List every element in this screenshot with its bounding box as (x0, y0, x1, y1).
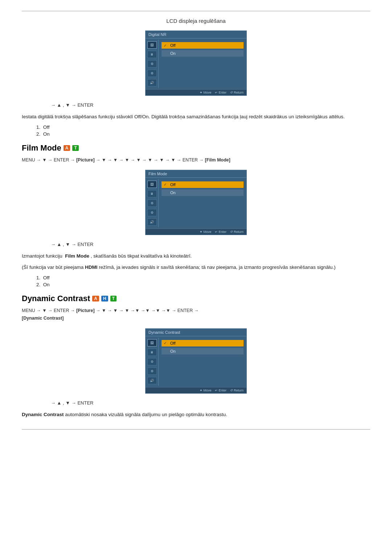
heading-dynamic-contrast: Dynamic Contrast A H T (22, 294, 370, 303)
osd-menu-film-mode: Film Mode 🖼 🖥 ⚙ ⚙ 🔊 ✓ Off (145, 170, 247, 235)
osd-footer-dc: ✦ Move ↵ Enter ↺ Return (146, 387, 246, 393)
return-icon-fm: ↺ (230, 230, 233, 234)
osd-footer-enter-dc: ↵ Enter (215, 389, 226, 392)
osd-icon-5: 🔊 (147, 79, 157, 86)
enter-icon-dc: ↵ (215, 389, 218, 392)
move-label-fm: Move (203, 230, 211, 234)
heading-film-mode: Film Mode A T (22, 143, 370, 153)
osd-option-on-1: On (162, 50, 244, 57)
badge-h-dc: H (101, 296, 108, 301)
nav-instruction-1: → ▲ , ▼ → ENTER (51, 102, 370, 108)
list-item-on-1: 2. On (36, 131, 370, 137)
osd-icon-fm-2: 🖥 (147, 190, 157, 197)
osd-option-off-1: ✓ Off (162, 42, 244, 49)
osd-footer-fm: ✦ Move ↵ Enter ↺ Return (146, 229, 246, 235)
osd-option-off-label-1: Off (170, 43, 175, 48)
bottom-rule (22, 429, 370, 430)
osd-icon-3: ⚙ (147, 60, 157, 67)
osd-body-digital-nr: 🖼 🖥 ⚙ ⚙ 🔊 ✓ Off On (146, 38, 246, 89)
list-item-off-1: 1. Off (36, 124, 370, 130)
nav-instruction-fm: → ▲ , ▼ → ENTER (51, 242, 370, 247)
osd-icon-fm-1: 🖼 (147, 181, 157, 188)
enter-label-dc: Enter (219, 389, 226, 392)
hdmi-inline: HDMI (85, 264, 98, 270)
osd-options-dc: ✓ Off On (159, 338, 246, 386)
return-label-fm: Return (234, 230, 244, 234)
body-text-digital-nr: Iestata digitālā trokšņa slāpēšanas funk… (22, 113, 370, 121)
osd-icon-1: 🖼 (147, 41, 157, 49)
osd-body-film-mode: 🖼 🖥 ⚙ ⚙ 🔊 ✓ Off On (146, 178, 246, 229)
menu-path-dc: MENU → ▼ → ENTER → [Picture] → ▼ → ▼ → ▼… (22, 307, 370, 323)
osd-body-dc: 🖼 🖥 ⚙ ⚙ 🔊 ✓ Off On (146, 336, 246, 387)
enter-label-1: Enter (219, 91, 226, 94)
osd-footer-return-1: ↺ Return (230, 91, 244, 94)
badge-t-film: T (72, 145, 78, 151)
badge-t-dc: T (110, 296, 117, 301)
osd-icon-fm-3: ⚙ (147, 200, 157, 207)
osd-title-digital-nr: Digital NR (146, 31, 246, 38)
osd-option-on-label-dc: On (170, 349, 176, 353)
list-item-off-fm: 1. Off (36, 275, 370, 280)
osd-footer-return-dc: ↺ Return (230, 389, 244, 392)
enter-label-fm: Enter (219, 230, 226, 234)
osd-option-on-label-1: On (170, 51, 176, 56)
osd-icon-dc-4: ⚙ (147, 368, 157, 375)
move-icon-dc: ✦ (200, 389, 203, 392)
osd-icon-fm-4: ⚙ (147, 209, 157, 216)
osd-title-dc: Dynamic Contrast (146, 329, 246, 336)
osd-menu-dc: Dynamic Contrast 🖼 🖥 ⚙ ⚙ 🔊 ✓ Off (145, 328, 247, 394)
move-label-dc: Move (203, 389, 211, 392)
top-rule (22, 11, 370, 11)
page-title: LCD displeja regulēšana (22, 18, 370, 24)
osd-check-off-fm: ✓ (164, 182, 168, 186)
nav-instruction-dc: → ▲ , ▼ → ENTER (51, 400, 370, 406)
osd-footer-1: ✦ Move ↵ Enter ↺ Return (146, 89, 246, 95)
osd-footer-enter-1: ↵ Enter (215, 91, 226, 94)
section-digital-nr: Digital NR 🖼 🖥 ⚙ ⚙ 🔊 ✓ Off (22, 30, 370, 137)
osd-menu-digital-nr: Digital NR 🖼 🖥 ⚙ ⚙ 🔊 ✓ Off (145, 30, 247, 96)
move-icon-fm: ✦ (200, 230, 203, 234)
enter-icon-fm: ↵ (215, 230, 218, 234)
return-icon-dc: ↺ (230, 389, 233, 392)
osd-icons-film-mode: 🖼 🖥 ⚙ ⚙ 🔊 (146, 179, 159, 227)
body-text-fm-1: Izmantojot funkciju Film Mode , skatīšan… (22, 252, 370, 260)
osd-icons-digital-nr: 🖼 🖥 ⚙ ⚙ 🔊 (146, 40, 159, 88)
osd-check-off-1: ✓ (164, 44, 168, 48)
move-label-1: Move (203, 91, 211, 94)
osd-icon-dc-5: 🔊 (147, 377, 157, 384)
section-film-mode: Film Mode A T MENU → ▼ → ENTER → [Pictur… (22, 143, 370, 287)
osd-option-off-label-dc: Off (170, 341, 175, 345)
osd-wrapper-film-mode: Film Mode 🖼 🖥 ⚙ ⚙ 🔊 ✓ Off (22, 170, 370, 235)
osd-icon-dc-3: ⚙ (147, 358, 157, 365)
menu-path-film-mode: MENU → ▼ → ENTER → [Picture] → ▼ → ▼ → ▼… (22, 156, 370, 164)
film-mode-inline: Film Mode (65, 253, 89, 259)
heading-film-mode-text: Film Mode (22, 143, 61, 153)
osd-option-off-dc: ✓ Off (162, 340, 244, 346)
badge-a-film: A (64, 145, 70, 151)
osd-footer-enter-fm: ↵ Enter (215, 230, 226, 234)
osd-icon-fm-5: 🔊 (147, 218, 157, 226)
osd-option-on-fm: On (162, 189, 244, 196)
osd-icons-dc: 🖼 🖥 ⚙ ⚙ 🔊 (146, 338, 159, 386)
osd-option-off-label-fm: Off (170, 182, 175, 187)
osd-icon-dc-1: 🖼 (147, 339, 157, 346)
return-label-dc: Return (234, 389, 244, 392)
osd-option-on-dc: On (162, 348, 244, 354)
osd-icon-2: 🖥 (147, 51, 157, 58)
osd-title-film-mode: Film Mode (146, 170, 246, 178)
return-icon-1: ↺ (230, 91, 233, 94)
osd-check-off-dc: ✓ (164, 341, 168, 345)
move-icon-1: ✦ (200, 91, 203, 94)
osd-icon-dc-2: 🖥 (147, 349, 157, 356)
return-label-1: Return (234, 91, 244, 94)
osd-footer-move-1: ✦ Move (200, 91, 211, 94)
osd-options-film-mode: ✓ Off On (159, 179, 246, 227)
body-text-fm-2: (Šī funkcija var būt pieejama HDMI režīm… (22, 263, 370, 271)
osd-option-on-label-fm: On (170, 190, 176, 195)
osd-footer-move-dc: ✦ Move (200, 389, 211, 392)
osd-option-off-fm: ✓ Off (162, 181, 244, 188)
page-container: LCD displeja regulēšana Digital NR 🖼 🖥 ⚙… (0, 0, 392, 444)
osd-footer-move-fm: ✦ Move (200, 230, 211, 234)
enter-icon-1: ↵ (215, 91, 218, 94)
osd-icon-4: ⚙ (147, 70, 157, 77)
